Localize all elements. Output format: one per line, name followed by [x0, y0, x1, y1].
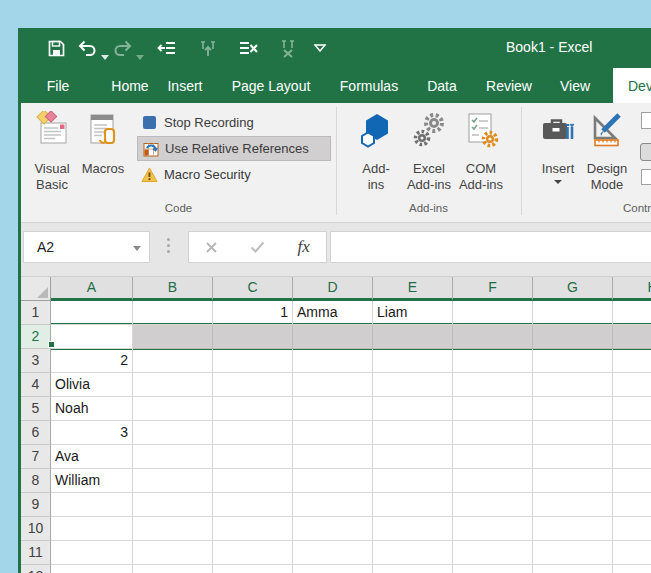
cell-D7[interactable] — [293, 445, 373, 469]
view-code-button[interactable] — [640, 143, 651, 161]
undo-dropdown[interactable] — [101, 46, 109, 52]
formula-bar-input[interactable] — [330, 231, 651, 263]
tab-page-layout[interactable]: Page Layout — [222, 69, 320, 103]
cell-G5[interactable] — [533, 397, 613, 421]
name-box[interactable]: A2 — [23, 231, 150, 263]
row-header-8[interactable]: 8 — [21, 469, 51, 493]
undo-button[interactable] — [75, 36, 99, 60]
tab-file[interactable]: File — [35, 69, 81, 103]
use-relative-references-button[interactable]: Use Relative References — [137, 136, 331, 161]
cell-G9[interactable] — [533, 493, 613, 517]
insert-control-button[interactable]: Insert — [536, 107, 580, 199]
cell-H1[interactable] — [613, 301, 651, 325]
row-header-5[interactable]: 5 — [21, 397, 51, 421]
cell-D10[interactable] — [293, 517, 373, 541]
column-header-E[interactable]: E — [373, 277, 453, 301]
tab-view[interactable]: View — [552, 69, 598, 103]
cell-B11[interactable] — [133, 541, 213, 565]
column-header-F[interactable]: F — [453, 277, 533, 301]
column-header-A[interactable]: A — [51, 277, 133, 301]
row-header-2[interactable]: 2 — [21, 325, 51, 349]
cell-D5[interactable] — [293, 397, 373, 421]
delete-columns-button[interactable] — [276, 36, 300, 60]
com-add-ins-button[interactable]: COM Add-ins — [454, 107, 508, 199]
fill-handle[interactable] — [48, 341, 55, 348]
cell-C7[interactable] — [213, 445, 293, 469]
title-bar[interactable]: Book1 - Excel — [18, 28, 651, 66]
run-dialog-button[interactable] — [641, 169, 651, 185]
cell-C9[interactable] — [213, 493, 293, 517]
cell-G1[interactable] — [533, 301, 613, 325]
cell-H3[interactable] — [613, 349, 651, 373]
cell-A1[interactable] — [51, 301, 133, 325]
cell-B10[interactable] — [133, 517, 213, 541]
cell-A5[interactable]: Noah — [51, 397, 133, 421]
row-header-4[interactable]: 4 — [21, 373, 51, 397]
row-header-7[interactable]: 7 — [21, 445, 51, 469]
cell-E1[interactable]: Liam — [373, 301, 453, 325]
enter-icon[interactable] — [250, 241, 265, 253]
cell-C12[interactable] — [213, 565, 293, 573]
cell-A3[interactable]: 2 — [51, 349, 133, 373]
cell-B6[interactable] — [133, 421, 213, 445]
column-header-G[interactable]: G — [533, 277, 613, 301]
cell-B5[interactable] — [133, 397, 213, 421]
cell-E9[interactable] — [373, 493, 453, 517]
column-header-H[interactable]: H — [613, 277, 651, 301]
cell-E3[interactable] — [373, 349, 453, 373]
cell-B9[interactable] — [133, 493, 213, 517]
cell-D4[interactable] — [293, 373, 373, 397]
row-header-12[interactable]: 12 — [21, 565, 51, 573]
cell-G4[interactable] — [533, 373, 613, 397]
cell-G8[interactable] — [533, 469, 613, 493]
cell-B7[interactable] — [133, 445, 213, 469]
cell-A10[interactable] — [51, 517, 133, 541]
row-header-9[interactable]: 9 — [21, 493, 51, 517]
cell-B3[interactable] — [133, 349, 213, 373]
cell-B1[interactable] — [133, 301, 213, 325]
cell-H12[interactable] — [613, 565, 651, 573]
cell-F1[interactable] — [453, 301, 533, 325]
cell-D12[interactable] — [293, 565, 373, 573]
cell-H7[interactable] — [613, 445, 651, 469]
formula-bar-resize-handle[interactable] — [167, 238, 170, 256]
cell-F8[interactable] — [453, 469, 533, 493]
cell-F4[interactable] — [453, 373, 533, 397]
cancel-icon[interactable] — [205, 241, 218, 254]
insert-cells-button[interactable] — [155, 36, 179, 60]
redo-button[interactable] — [110, 36, 134, 60]
cell-G2[interactable] — [533, 325, 613, 349]
cell-C2[interactable] — [213, 325, 293, 349]
cell-A9[interactable] — [51, 493, 133, 517]
properties-button[interactable] — [641, 112, 651, 129]
column-header-B[interactable]: B — [133, 277, 213, 301]
cell-A7[interactable]: Ava — [51, 445, 133, 469]
macros-button[interactable]: Macros — [79, 107, 127, 199]
cell-G6[interactable] — [533, 421, 613, 445]
row-header-10[interactable]: 10 — [21, 517, 51, 541]
cell-H8[interactable] — [613, 469, 651, 493]
row-header-6[interactable]: 6 — [21, 421, 51, 445]
save-button[interactable] — [44, 36, 68, 60]
cell-E4[interactable] — [373, 373, 453, 397]
cell-D2[interactable] — [293, 325, 373, 349]
cell-D9[interactable] — [293, 493, 373, 517]
cell-D1[interactable]: Amma — [293, 301, 373, 325]
chevron-down-icon[interactable] — [133, 246, 141, 251]
cell-F9[interactable] — [453, 493, 533, 517]
cell-F7[interactable] — [453, 445, 533, 469]
row-header-11[interactable]: 11 — [21, 541, 51, 565]
tab-formulas[interactable]: Formulas — [332, 69, 406, 103]
cell-E5[interactable] — [373, 397, 453, 421]
cell-H5[interactable] — [613, 397, 651, 421]
cell-A2[interactable] — [51, 325, 133, 349]
cell-B8[interactable] — [133, 469, 213, 493]
insert-columns-button[interactable] — [196, 36, 220, 60]
cell-G3[interactable] — [533, 349, 613, 373]
cell-G7[interactable] — [533, 445, 613, 469]
design-mode-button[interactable]: Design Mode — [583, 107, 631, 199]
cell-H6[interactable] — [613, 421, 651, 445]
cell-C4[interactable] — [213, 373, 293, 397]
cell-G12[interactable] — [533, 565, 613, 573]
cell-C11[interactable] — [213, 541, 293, 565]
